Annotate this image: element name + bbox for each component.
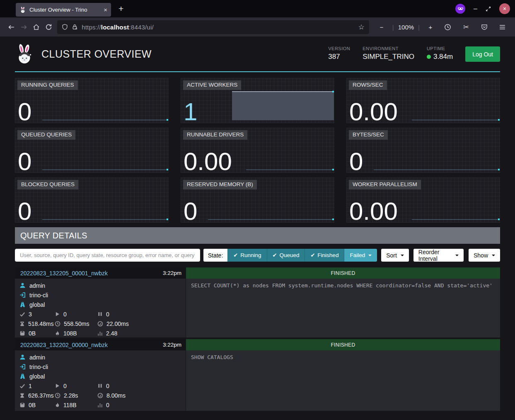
queued-splits-pause-icon xyxy=(97,311,103,317)
query-row: admin trino-cli global 3 0 0 518.48ms 55… xyxy=(15,279,500,337)
source-login-icon xyxy=(19,364,26,370)
chevron-down-icon xyxy=(401,255,404,256)
query-filter-toolbar: State: ✔ Running ✔ Queued ✔ Finished Fai… xyxy=(15,249,500,262)
execution-time-gauge-icon xyxy=(97,321,103,327)
zoom-level[interactable]: 100% xyxy=(398,24,414,31)
query-time: 3:22pm xyxy=(163,342,186,348)
query-user: admin xyxy=(29,282,45,289)
resource-group-road-icon xyxy=(19,301,26,308)
sort-dropdown[interactable]: Sort xyxy=(381,249,409,262)
parallelism: 2.48 xyxy=(106,330,117,337)
cluster-header: CLUSTER OVERVIEW VERSION 387 ENVIRONMENT… xyxy=(15,36,500,71)
query-state-badge: FINISHED xyxy=(186,339,500,350)
separator: | xyxy=(392,24,394,31)
query-search-input[interactable] xyxy=(15,249,200,262)
cumulative-memory-flame-icon xyxy=(55,330,60,336)
wall-time-hourglass-icon xyxy=(19,393,25,398)
sparkline xyxy=(246,169,334,170)
state-filter-queued[interactable]: ✔ Queued xyxy=(267,249,305,262)
cpu-time: 558.50ms xyxy=(64,320,89,327)
page-title: CLUSTER OVERVIEW xyxy=(41,48,152,60)
state-filter-label: State: xyxy=(203,249,228,262)
bookmark-star-icon[interactable]: ☆ xyxy=(358,23,365,32)
query-id-link[interactable]: 20220823_132202_00000_nwbzk xyxy=(15,342,108,348)
sparkline xyxy=(42,119,168,120)
query-state-badge: FINISHED xyxy=(186,267,500,279)
execution-time-gauge-icon xyxy=(97,393,103,398)
menu-hamburger-icon[interactable] xyxy=(495,24,510,31)
wall-time: 626.37ms xyxy=(28,392,53,399)
check-icon: ✔ xyxy=(310,252,315,258)
browser-tab[interactable]: Cluster Overview - Trino × xyxy=(16,3,111,17)
url-host: localhost xyxy=(101,24,129,31)
trino-logo xyxy=(15,44,34,64)
metric-tile-bytes-sec: BYTES/SEC 0 xyxy=(346,128,500,173)
running-splits-play-icon xyxy=(55,383,60,388)
reload-icon[interactable] xyxy=(42,24,55,31)
tab-close-icon[interactable]: × xyxy=(104,6,107,13)
home-icon[interactable] xyxy=(30,24,42,31)
separator: | xyxy=(418,24,420,31)
minimize-button[interactable]: – xyxy=(474,5,477,12)
query-source: trino-cli xyxy=(29,364,48,370)
lock-warning-icon[interactable] xyxy=(72,24,78,30)
cpu-time: 2.28s xyxy=(64,392,78,399)
zoom-out-button[interactable]: − xyxy=(375,24,388,31)
show-dropdown[interactable]: Show xyxy=(469,249,500,262)
execution-time: 22.00ms xyxy=(106,320,129,327)
chevron-down-icon xyxy=(455,255,459,256)
forward-icon[interactable] xyxy=(17,24,30,31)
query-row: admin trino-cli global 1 0 0 626.37ms 2.… xyxy=(15,350,500,411)
query-source: trino-cli xyxy=(29,292,48,299)
execution-time: 8.00ms xyxy=(106,392,126,399)
close-window-button[interactable]: × xyxy=(499,3,510,14)
user-icon xyxy=(19,282,26,289)
check-icon: ✔ xyxy=(273,252,277,258)
screenshot-scissors-icon[interactable]: ✂ xyxy=(459,23,474,32)
parallelism: 0 xyxy=(106,402,109,408)
running-splits: 0 xyxy=(63,311,67,318)
metric-tile-running-queries: RUNNING QUERIES 0 xyxy=(15,78,169,123)
metric-tile-reserved-memory: RESERVED MEMORY (B) 0 xyxy=(181,177,334,223)
state-filter-finished[interactable]: ✔ Finished xyxy=(305,249,344,262)
state-filter-running[interactable]: ✔ Running xyxy=(227,249,266,262)
query-details-header: QUERY DETAILS xyxy=(15,227,500,244)
cpu-time-clock-icon xyxy=(55,321,60,327)
metric-tile-runnable-drivers: RUNNABLE DRIVERS 0.00 xyxy=(181,128,334,173)
running-splits-play-icon xyxy=(55,311,60,317)
pocket-icon[interactable] xyxy=(477,24,492,30)
resource-group-road-icon xyxy=(19,373,26,379)
query-id-link[interactable]: 20220823_132205_00001_nwbzk xyxy=(15,270,108,277)
history-clock-icon[interactable] xyxy=(440,24,455,31)
source-login-icon xyxy=(19,292,26,298)
queued-splits-pause-icon xyxy=(97,383,103,388)
completed-splits: 3 xyxy=(29,311,32,318)
completed-splits-check-icon xyxy=(19,311,25,317)
check-icon: ✔ xyxy=(233,252,238,258)
running-splits: 0 xyxy=(63,383,67,389)
shield-icon[interactable] xyxy=(62,24,68,30)
zoom-in-button[interactable]: + xyxy=(424,24,437,31)
query-sql-text: SHOW CATALOGS xyxy=(186,350,500,411)
current-memory: 0B xyxy=(29,330,36,337)
sparkline xyxy=(42,218,168,220)
wall-time-hourglass-icon xyxy=(19,321,25,327)
current-memory-scale-icon xyxy=(19,330,25,336)
parallelism-chart-icon xyxy=(97,402,103,408)
restore-button[interactable] xyxy=(486,6,491,12)
cumulative-memory: 108B xyxy=(63,330,77,337)
logout-button[interactable]: Log Out xyxy=(465,46,500,62)
sparkline xyxy=(374,169,500,170)
metric-tile-rows-sec: ROWS/SEC 0.00 xyxy=(346,78,500,123)
back-icon[interactable] xyxy=(5,24,17,31)
completed-splits-check-icon xyxy=(19,383,25,389)
query-user: admin xyxy=(29,354,45,361)
url-bar[interactable]: https://localhost:8443/ui/ ☆ xyxy=(57,20,369,34)
state-filter-failed-dropdown[interactable]: Failed xyxy=(344,249,377,262)
reorder-interval-dropdown[interactable]: Reorder Interval xyxy=(413,249,464,262)
wall-time: 518.48ms xyxy=(28,320,53,327)
user-icon xyxy=(19,354,26,360)
query-row-header: 20220823_132205_00001_nwbzk 3:22pm FINIS… xyxy=(15,267,500,279)
queued-splits: 0 xyxy=(106,383,109,389)
new-tab-button[interactable]: + xyxy=(118,4,123,14)
